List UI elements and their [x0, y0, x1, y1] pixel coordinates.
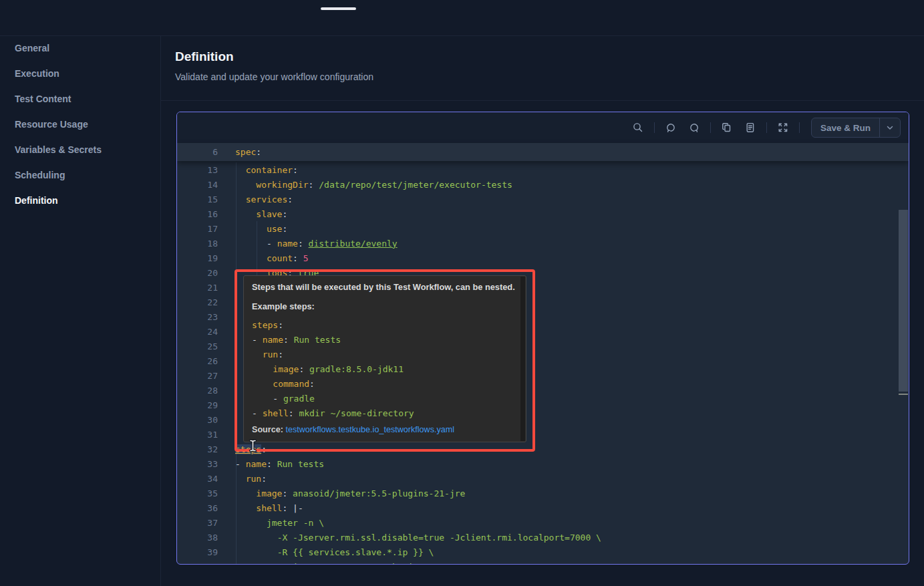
line-number: 27 [177, 371, 218, 381]
copy-icon[interactable] [720, 120, 734, 135]
sidebar-item-scheduling[interactable]: Scheduling [0, 162, 160, 188]
line-number: 30 [177, 415, 218, 425]
sidebar-item-general[interactable]: General [0, 35, 160, 61]
line-number: 35 [177, 488, 218, 498]
line-number: 19 [177, 253, 218, 263]
code-text: workingDir: /data/repo/test/jmeter/execu… [235, 180, 512, 190]
editor-scrollbar-thumb[interactable] [899, 210, 908, 392]
code-line-37[interactable]: 37 jmeter -n \ [177, 515, 909, 530]
search-icon[interactable] [631, 120, 645, 135]
tooltip-code-line: - shell: mkdir ~/some-directory [252, 406, 516, 420]
chevron-down-icon[interactable] [880, 118, 900, 137]
expand-icon[interactable] [776, 120, 790, 135]
code-text: use: [235, 224, 287, 234]
code-text: run: [235, 474, 267, 484]
sidebar-item-resource-usage[interactable]: Resource Usage [0, 112, 160, 137]
line-number: 37 [177, 518, 218, 528]
code-line-32[interactable]: 32steps: [177, 442, 909, 456]
page-subtitle: Validate and update your workflow config… [175, 71, 373, 82]
tooltip-source-label: Source: [252, 425, 283, 434]
line-number: 23 [177, 312, 218, 322]
tooltip-code-line: - name: Run tests [252, 332, 516, 347]
code-line-34[interactable]: 34 run: [177, 471, 909, 486]
code-text: spec: [235, 147, 261, 157]
code-text: shell: |- [235, 503, 303, 513]
file-text-icon[interactable] [743, 120, 758, 135]
code-line-33[interactable]: 33- name: Run tests [177, 456, 909, 471]
code-line-36[interactable]: 36 shell: |- [177, 500, 909, 515]
code-line-19[interactable]: 19 count: 5 [177, 251, 909, 265]
code-line-38[interactable]: 38 -X -Jserver.rmi.ssl.disable=true -Jcl… [177, 530, 909, 545]
line-number: 18 [177, 239, 218, 249]
line-number: 24 [177, 327, 218, 337]
code-text: - name: Run tests [235, 459, 324, 469]
line-number: 13 [177, 165, 218, 175]
code-line-39[interactable]: 39 -R {{ services.slave.*.ip }} \ [177, 545, 909, 559]
tooltip-code-line: command: [252, 376, 516, 391]
header-divider [161, 100, 924, 101]
tooltip-code-line: - gradle [252, 391, 516, 406]
line-number: 29 [177, 400, 218, 410]
workflow-settings-screen: GeneralExecutionTest ContentResource Usa… [0, 0, 924, 586]
undo-icon[interactable] [663, 120, 678, 135]
line-number: 15 [177, 194, 218, 204]
tooltip-code-line: image: gradle:8.5.0-jdk11 [252, 361, 516, 376]
tooltip-heading: Steps that will be executed by this Test… [252, 282, 516, 292]
sidebar-item-definition[interactable]: Definition [0, 188, 160, 213]
tooltip-code-line: run: [252, 347, 516, 361]
yaml-definition-editor[interactable]: Save & Run 6 spec: 13 container:14 worki… [176, 112, 909, 565]
code-text: container: [235, 165, 298, 175]
line-number: 28 [177, 386, 218, 396]
line-number: 20 [177, 268, 218, 278]
code-text: jmeter -n \ [235, 518, 324, 528]
tooltip-source-line: Source: testworkflows.testkube.io_testwo… [252, 425, 516, 434]
line-number: 22 [177, 297, 218, 307]
line-number: 39 [177, 547, 218, 557]
settings-sidebar: GeneralExecutionTest ContentResource Usa… [0, 35, 160, 586]
line-number: 34 [177, 474, 218, 484]
toolbar-separator [710, 122, 711, 133]
editor-toolbar: Save & Run [177, 112, 909, 143]
line-number: 38 [177, 533, 218, 543]
sticky-scroll-line[interactable]: 6 spec: [177, 143, 909, 161]
tooltip-code-block: steps:- name: Run tests run: image: grad… [252, 317, 516, 420]
code-line-17[interactable]: 17 use: [177, 221, 909, 236]
sidebar-divider [160, 35, 161, 586]
line-number: 14 [177, 180, 218, 190]
code-line-13[interactable]: 13 container: [177, 162, 909, 177]
sidebar-item-variables-secrets[interactable]: Variables & Secrets [0, 137, 160, 162]
line-number: 17 [177, 224, 218, 234]
code-text: image: anasoid/jmeter:5.5-plugins-21-jre [235, 488, 465, 498]
code-text: - name: distribute/evenly [235, 239, 398, 249]
save-and-run-button[interactable]: Save & Run [811, 118, 901, 138]
code-line-14[interactable]: 14 workingDir: /data/repo/test/jmeter/ex… [177, 177, 909, 192]
code-line-15[interactable]: 15 services: [177, 192, 909, 206]
active-tab-indicator [321, 7, 356, 10]
line-number: 21 [177, 283, 218, 293]
line-number: 25 [177, 341, 218, 351]
code-line-18[interactable]: 18 - name: distribute/evenly [177, 236, 909, 251]
line-number: 40 [177, 562, 218, 565]
toolbar-separator [766, 122, 767, 133]
code-line-35[interactable]: 35 image: anasoid/jmeter:5.5-plugins-21-… [177, 486, 909, 500]
tooltip-scrollbar-track[interactable] [520, 277, 525, 441]
sidebar-item-execution[interactable]: Execution [0, 61, 160, 86]
code-text: count: 5 [235, 253, 309, 263]
line-number: 32 [177, 444, 218, 454]
sidebar-item-test-content[interactable]: Test Content [0, 86, 160, 112]
page-title: Definition [175, 49, 234, 64]
code-line-16[interactable]: 16 slave: [177, 206, 909, 221]
scrollbar-position-marker [899, 394, 908, 395]
code-text: slave: [235, 209, 287, 219]
line-number: 16 [177, 209, 218, 219]
tooltip-example-label: Example steps: [252, 301, 516, 311]
hover-tooltip-steps: Steps that will be executed by this Test… [243, 275, 526, 442]
line-number: 26 [177, 356, 218, 366]
save-and-run-label[interactable]: Save & Run [812, 118, 879, 137]
code-line-40[interactable]: 40 -t jmeter-executor-smoke.jmx [177, 559, 909, 565]
code-text: -X -Jserver.rmi.ssl.disable=true -Jclien… [235, 533, 601, 543]
text-cursor-icon [248, 439, 258, 455]
redo-icon[interactable] [687, 120, 702, 135]
tooltip-source-link[interactable]: testworkflows.testkube.io_testworkflows.… [285, 425, 454, 434]
toolbar-separator [799, 122, 800, 133]
